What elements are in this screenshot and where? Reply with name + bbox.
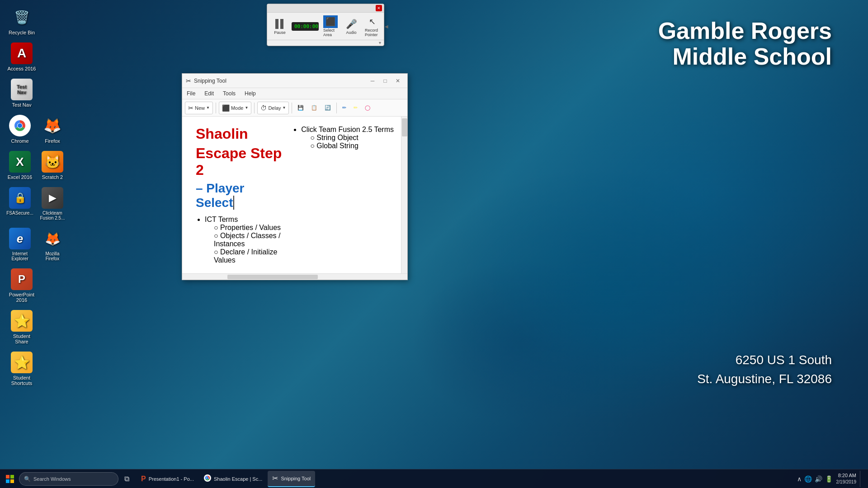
- icon-scratch-2[interactable]: 🐱 Scratch 2: [37, 149, 68, 182]
- clickteam-label: Clickteam Fusion 2.5...: [39, 211, 66, 221]
- snipping-new-button[interactable]: ✂ New ▼: [185, 102, 213, 114]
- record-pointer-label: Record Pointer: [365, 28, 379, 37]
- snipping-copy-button[interactable]: 📋: [308, 102, 320, 114]
- tray-up-arrow[interactable]: ∧: [797, 475, 802, 483]
- hscrollbar-thumb[interactable]: [227, 275, 318, 279]
- menu-file[interactable]: File: [186, 89, 196, 98]
- icon-excel-2016[interactable]: X Excel 2016: [5, 149, 35, 182]
- vertical-scrollbar[interactable]: [401, 117, 407, 273]
- snipping-mode-button[interactable]: ⬛ Mode ▼: [219, 102, 251, 114]
- title-escape-step: Escape Step 2: [196, 145, 283, 178]
- snipping-eraser-button[interactable]: 🔄: [322, 102, 334, 114]
- apps-row-3: 🔒 FSASecure... ▶ Clickteam Fusion 2.5...: [5, 185, 68, 226]
- recorder-pause-button[interactable]: Pause: [271, 17, 289, 36]
- menu-edit[interactable]: Edit: [203, 89, 215, 98]
- recorder-expand-bottom[interactable]: ▼: [378, 41, 382, 45]
- snipping-taskbar-label: Snipping Tool: [281, 476, 311, 481]
- school-address: 6250 US 1 South St. Augustine, FL 32086: [697, 351, 832, 389]
- ict-sub-list: Properties / Values Objects / Classes / …: [205, 224, 283, 264]
- snipping-close-button[interactable]: ✕: [392, 76, 404, 86]
- menu-help[interactable]: Help: [244, 89, 257, 98]
- snipping-pen-button[interactable]: ✏: [340, 102, 349, 114]
- ppt-taskbar-label: Presentation1 - Po...: [149, 476, 194, 482]
- mozilla-icon: 🦊: [42, 228, 63, 249]
- icon-powerpoint[interactable]: P PowerPoint 2016: [5, 267, 39, 305]
- screen-recorder-toolbar: ✕ Pause 00:00:00 ⬛ Select Area: [267, 4, 384, 46]
- menu-tools[interactable]: Tools: [222, 89, 236, 98]
- pen-icon: ✏: [342, 105, 346, 111]
- recycle-bin-label: Recycle Bin: [9, 30, 35, 35]
- time-display: 00:00:00: [292, 22, 319, 31]
- snipping-save-button[interactable]: 💾: [295, 102, 307, 114]
- ict-sub-properties: Properties / Values: [214, 224, 283, 232]
- string-object-item: String Object: [310, 134, 394, 142]
- snipping-body: Shaolin Escape Step 2 – Player Select IC…: [182, 117, 407, 280]
- student-shortcuts-label: Student Shortcuts: [6, 375, 37, 386]
- snipping-eraser2-button[interactable]: ◯: [362, 102, 373, 114]
- taskbar-chrome-shaolin[interactable]: Shaolin Escape | Sc...: [199, 471, 267, 487]
- scrollbar-thumb[interactable]: [402, 118, 407, 136]
- dash-symbol: –: [196, 181, 203, 195]
- snipping-maximize-button[interactable]: □: [379, 76, 391, 86]
- snipping-minimize-button[interactable]: ─: [367, 76, 378, 86]
- firefox-icon: 🦊: [42, 115, 63, 136]
- taskbar-snipping-tool[interactable]: ✂ Snipping Tool: [268, 471, 315, 487]
- scratch-icon: 🐱: [42, 151, 63, 173]
- snipping-menu: File Edit Tools Help: [182, 88, 407, 99]
- recycle-bin-icon: 🗑️: [11, 6, 33, 28]
- recorder-expand-button[interactable]: ◀: [384, 23, 389, 30]
- recorder-pointer-button[interactable]: ↖ Record Pointer: [363, 14, 381, 38]
- copy-icon: 📋: [311, 105, 317, 111]
- snipping-highlighter-button[interactable]: ✏: [351, 102, 360, 114]
- taskbar-items: P Presentation1 - Po... Shaolin Escape |…: [137, 471, 315, 487]
- svg-point-9: [207, 477, 208, 479]
- recorder-audio-button[interactable]: 🎤 Audio: [342, 17, 360, 36]
- recorder-titlebar: ✕: [267, 4, 384, 13]
- windows-logo-icon: [6, 475, 14, 483]
- clickteam-terms-label: Click Team Fusion 2.5 Terms: [301, 126, 394, 133]
- icon-mozilla[interactable]: 🦊 Mozilla Firefox: [37, 226, 68, 263]
- icon-firefox-1[interactable]: 🦊 Firefox: [37, 113, 68, 145]
- recorder-select-area-button[interactable]: ⬛ Select Area: [321, 14, 340, 38]
- icon-testnav[interactable]: TestNav Test Nav: [5, 77, 39, 109]
- snipping-delay-button[interactable]: ⏱ Delay ▼: [257, 102, 289, 114]
- select-area-label: Select Area: [323, 28, 338, 37]
- search-placeholder: Search Windows: [33, 476, 71, 482]
- svg-rect-3: [6, 475, 9, 479]
- snipping-titlebar: ✂ Snipping Tool ─ □ ✕: [182, 74, 407, 88]
- toolbar-separator-1: [216, 103, 216, 113]
- icon-student-share[interactable]: ⭐ Student Share: [5, 308, 39, 346]
- ict-sub-objects: Objects / Classes / Instances: [214, 232, 283, 248]
- toolbar-separator-3: [292, 103, 292, 113]
- start-button[interactable]: [2, 471, 18, 487]
- icon-clickteam[interactable]: ▶ Clickteam Fusion 2.5...: [37, 185, 68, 222]
- icon-access-2016[interactable]: A Access 2016: [5, 41, 39, 73]
- icon-chrome[interactable]: Chrome: [5, 113, 35, 145]
- taskbar-search[interactable]: 🔍 Search Windows: [19, 472, 118, 486]
- testnav-icon: TestNav: [11, 79, 33, 100]
- save-icon: 💾: [297, 105, 304, 111]
- content-wrapper: Shaolin Escape Step 2 – Player Select IC…: [196, 126, 394, 264]
- horizontal-scrollbar[interactable]: [182, 273, 407, 280]
- toolbar-separator-2: [254, 103, 255, 113]
- icon-student-shortcuts[interactable]: ⭐ Student Shortcuts: [5, 350, 39, 388]
- taskbar-powerpoint[interactable]: P Presentation1 - Po...: [137, 471, 198, 487]
- testnav-label: Test Nav: [12, 102, 32, 108]
- battery-icon[interactable]: 🔋: [825, 475, 833, 483]
- icon-ie[interactable]: e Internet Explorer: [5, 226, 35, 263]
- ppt-icon: P: [11, 268, 33, 290]
- volume-icon[interactable]: 🔊: [815, 475, 822, 483]
- show-desktop-button[interactable]: [860, 471, 863, 487]
- network-icon[interactable]: 🌐: [804, 475, 812, 483]
- taskview-button[interactable]: ⧉: [119, 472, 134, 486]
- new-dropdown-arrow: ▼: [206, 106, 210, 110]
- clock-display[interactable]: 8:20 AM 2/19/2019: [836, 472, 857, 485]
- desktop: Gamble Rogers Middle School 6250 US 1 So…: [0, 0, 868, 488]
- svg-rect-4: [10, 475, 14, 479]
- icon-recycle-bin[interactable]: 🗑️ Recycle Bin: [5, 5, 39, 37]
- recorder-close-button[interactable]: ✕: [376, 5, 382, 11]
- ie-icon: e: [9, 228, 31, 249]
- icon-fsa-secure[interactable]: 🔒 FSASecure...: [5, 185, 35, 222]
- ict-terms-label: ICT Terms: [205, 216, 238, 223]
- apps-row-2: X Excel 2016 🐱 Scratch 2: [5, 149, 68, 185]
